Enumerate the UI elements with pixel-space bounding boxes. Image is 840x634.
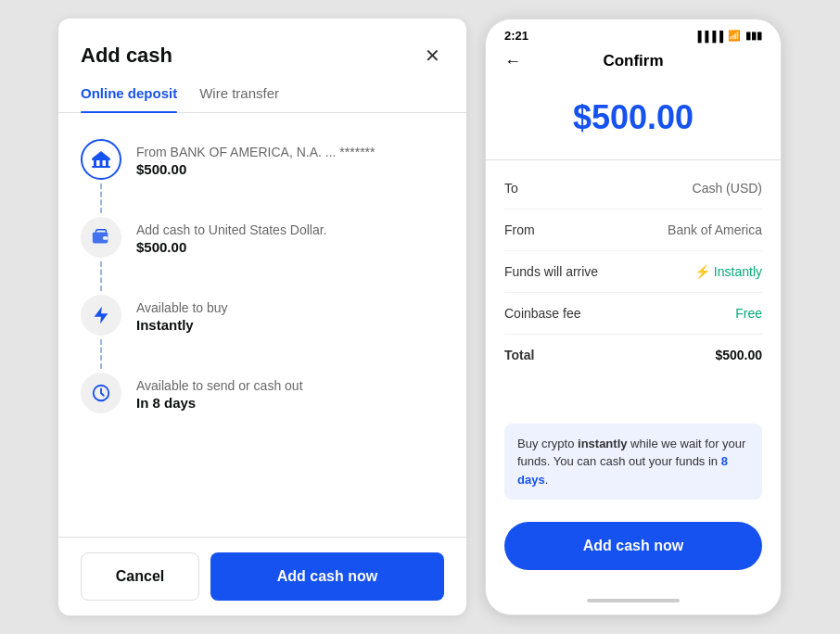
mobile-footer: Add cash now xyxy=(486,514,781,592)
detail-label-fee: Coinbase fee xyxy=(504,306,581,321)
detail-value-fee: Free xyxy=(735,306,762,321)
step-value-2: $500.00 xyxy=(136,239,444,255)
step-icon-col-2 xyxy=(81,217,121,295)
detail-row-fee: Coinbase fee Free xyxy=(504,293,762,335)
wallet-icon xyxy=(81,217,121,258)
detail-value-to: Cash (USD) xyxy=(693,181,762,196)
step-content-1: From BANK OF AMERICA, N.A. ... ******* $… xyxy=(136,139,444,217)
step-connector-1 xyxy=(100,184,102,213)
detail-row-total: Total $500.00 xyxy=(504,335,762,375)
battery-icon: ▮▮▮ xyxy=(745,30,762,42)
detail-value-total: $500.00 xyxy=(715,348,762,362)
info-bold-1: instantly xyxy=(578,437,627,450)
svg-rect-2 xyxy=(94,160,96,166)
home-bar-area xyxy=(486,592,781,615)
info-text-1: Buy crypto xyxy=(517,437,578,450)
step-label-2: Add cash to United States Dollar. xyxy=(136,222,444,237)
step-icon-col-4 xyxy=(81,373,121,418)
step-content-3: Available to buy Instantly xyxy=(136,295,444,373)
step-label-3: Available to buy xyxy=(136,300,444,315)
close-button[interactable]: ✕ xyxy=(421,41,444,70)
svg-rect-4 xyxy=(106,160,108,166)
mobile-details: To Cash (USD) From Bank of America Funds… xyxy=(486,160,781,420)
detail-label-to: To xyxy=(504,181,518,196)
detail-row-funds: Funds will arrive ⚡ Instantly xyxy=(504,251,762,293)
step-clock: Available to send or cash out In 8 days xyxy=(81,373,444,418)
mobile-nav-title: Confirm xyxy=(603,52,663,70)
status-time: 2:21 xyxy=(504,29,528,43)
cancel-button[interactable]: Cancel xyxy=(81,552,199,601)
step-connector-3 xyxy=(100,339,102,369)
mobile-amount: $500.00 xyxy=(486,80,781,160)
lightning-small-icon: ⚡ xyxy=(694,264,710,279)
app-container: Add cash ✕ Online deposit Wire transfer xyxy=(0,0,840,634)
step-icon-col-1 xyxy=(81,139,121,217)
status-icons: ▐▐▐▐ 📶 ▮▮▮ xyxy=(694,30,762,42)
mobile-panel: 2:21 ▐▐▐▐ 📶 ▮▮▮ ← Confirm $500.00 To Cas… xyxy=(485,19,782,615)
detail-row-to: To Cash (USD) xyxy=(504,168,762,209)
step-value-1: $500.00 xyxy=(136,161,444,177)
info-box: Buy crypto instantly while we wait for y… xyxy=(504,424,762,501)
detail-label-from: From xyxy=(504,222,535,237)
step-icon-col-3 xyxy=(81,295,121,373)
step-content-2: Add cash to United States Dollar. $500.0… xyxy=(136,217,444,295)
clock-icon xyxy=(81,373,121,413)
step-lightning: Available to buy Instantly xyxy=(81,295,444,373)
step-bank: From BANK OF AMERICA, N.A. ... ******* $… xyxy=(81,139,444,217)
panel-title: Add cash xyxy=(81,44,172,68)
add-cash-button[interactable]: Add cash now xyxy=(210,552,444,601)
tab-online-deposit[interactable]: Online deposit xyxy=(81,85,177,112)
step-value-3: Instantly xyxy=(136,317,444,333)
panel-footer: Cancel Add cash now xyxy=(58,537,466,615)
detail-label-total: Total xyxy=(504,348,534,362)
svg-rect-7 xyxy=(103,236,108,240)
step-wallet: Add cash to United States Dollar. $500.0… xyxy=(81,217,444,295)
detail-label-funds: Funds will arrive xyxy=(504,264,598,279)
step-label-1: From BANK OF AMERICA, N.A. ... ******* xyxy=(136,145,444,159)
steps-container: From BANK OF AMERICA, N.A. ... ******* $… xyxy=(58,113,466,537)
left-panel: Add cash ✕ Online deposit Wire transfer xyxy=(58,19,466,615)
lightning-icon xyxy=(81,295,121,336)
step-label-4: Available to send or cash out xyxy=(136,378,444,393)
mobile-nav: ← Confirm xyxy=(486,46,781,80)
home-indicator xyxy=(587,599,680,602)
status-bar: 2:21 ▐▐▐▐ 📶 ▮▮▮ xyxy=(486,19,781,46)
info-text-3: . xyxy=(545,473,549,487)
mobile-add-cash-button[interactable]: Add cash now xyxy=(504,522,762,570)
svg-marker-8 xyxy=(95,307,108,323)
tab-bar: Online deposit Wire transfer xyxy=(58,70,466,113)
detail-value-funds: ⚡ Instantly xyxy=(694,264,762,279)
tab-wire-transfer[interactable]: Wire transfer xyxy=(199,85,279,112)
svg-rect-0 xyxy=(92,158,110,160)
svg-rect-5 xyxy=(92,166,110,168)
panel-header: Add cash ✕ xyxy=(58,19,466,70)
svg-marker-1 xyxy=(92,151,110,158)
signal-icon: ▐▐▐▐ xyxy=(694,31,723,42)
wifi-icon: 📶 xyxy=(728,30,741,42)
detail-value-from: Bank of America xyxy=(668,222,762,237)
svg-rect-3 xyxy=(100,160,103,166)
step-connector-2 xyxy=(100,261,102,291)
bank-icon xyxy=(81,139,121,180)
detail-row-from: From Bank of America xyxy=(504,209,762,251)
step-content-4: Available to send or cash out In 8 days xyxy=(136,373,444,418)
back-button[interactable]: ← xyxy=(504,52,521,71)
step-value-4: In 8 days xyxy=(136,395,444,411)
